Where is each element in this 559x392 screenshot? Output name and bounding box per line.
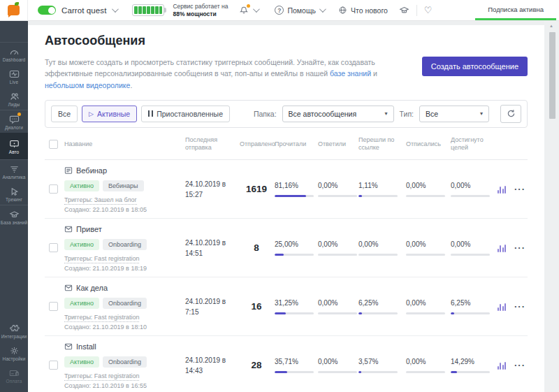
sent-count: 1619 [240, 184, 273, 194]
sidebar-item-settings[interactable]: Настройки [0, 342, 28, 364]
refresh-button[interactable] [500, 105, 521, 123]
metric-clicked: 3,57% [358, 358, 405, 373]
dashboard-gauge-icon [8, 46, 20, 57]
metric-replied: 0,00% [318, 240, 357, 256]
bell-icon[interactable] [239, 6, 249, 15]
message-name[interactable]: Вебинар [64, 166, 184, 175]
credit-card-lock-icon [8, 368, 20, 378]
row-checkbox[interactable] [49, 302, 58, 311]
created-line: Создано: 21.10.2019 в 18:10 [64, 324, 184, 331]
sidebar-item-auto[interactable]: Авто [0, 133, 28, 159]
subscription-status-badge[interactable]: Подписка активна [475, 0, 556, 20]
filter-paused-button[interactable]: Приостановленные [141, 106, 230, 122]
metric-goals: 14,29% [451, 358, 491, 373]
app-window: Carrot quest Сервис работает на 88% мощн… [0, 0, 559, 392]
metric-read: 35,71% [275, 358, 317, 373]
filter-bar: Все ▷Активные Приостановленные Папка: Вс… [45, 100, 528, 128]
knowledge-base-link[interactable]: базе знаний [330, 69, 371, 78]
row-checkbox[interactable] [49, 361, 58, 370]
email-icon [64, 342, 73, 351]
graduation-cap-icon[interactable] [399, 6, 409, 15]
more-actions-button[interactable]: ··· [512, 363, 528, 368]
metric-replied: 0,00% [318, 299, 357, 314]
filter-all-button[interactable]: Все [51, 106, 78, 122]
table-row[interactable]: Как дела Активно Onboarding Триггеры: Fa… [45, 277, 528, 336]
stats-chart-icon[interactable] [493, 185, 511, 194]
app-logo[interactable] [0, 0, 28, 21]
metric-read: 25,00% [275, 240, 317, 256]
sidebar-item-dialogs[interactable]: Диалоги [0, 110, 28, 133]
row-checkbox[interactable] [49, 184, 58, 194]
sidebar-item-leads[interactable]: Лиды [0, 87, 28, 110]
heart-icon[interactable]: ♡ [424, 5, 433, 15]
video-link[interactable]: небольшом видеоролике [45, 81, 130, 89]
status-badge: Активно [64, 239, 99, 250]
folder-badge: Onboarding [103, 298, 147, 309]
cursor-icon [8, 186, 20, 196]
sidebar-item-dashboard[interactable]: Dashboard [0, 43, 28, 65]
sidebar-item-tracking[interactable]: Трекинг [0, 182, 28, 205]
triggers-line[interactable]: Триггеры: Fast registration [64, 314, 184, 321]
triggers-line[interactable]: Триггеры: Зашел на блог [64, 196, 184, 203]
message-name[interactable]: Как дела [64, 284, 184, 292]
chevron-down-icon [319, 6, 326, 13]
metric-unsubscribed: 0,00% [406, 182, 449, 197]
email-icon [64, 284, 73, 292]
notification-dot [247, 4, 250, 8]
message-name[interactable]: Привет [64, 225, 184, 233]
refresh-icon [507, 109, 516, 118]
triggers-line[interactable]: Триггеры: Fast registration [64, 255, 184, 262]
sidebar-item-knowledge-base[interactable]: База знаний [0, 205, 28, 228]
sidebar-item-analytics[interactable]: Аналитика [0, 160, 28, 182]
table-row[interactable]: Привет Активно Onboarding Триггеры: Fast… [45, 219, 528, 277]
type-select[interactable]: Все▾ [419, 106, 489, 122]
created-line: Создано: 21.10.2019 в 16:55 [64, 382, 184, 389]
folder-select[interactable]: Все автосообщения▾ [282, 106, 394, 122]
puzzle-icon [8, 323, 20, 333]
row-checkbox[interactable] [49, 243, 58, 252]
help-menu[interactable]: ? Помощь [275, 6, 324, 15]
last-sent: 24.10.2019 в 14:43 [185, 355, 238, 376]
folder-badge: Onboarding [103, 356, 147, 368]
metric-goals: 0,00% [451, 182, 491, 197]
status-badge: Активно [64, 298, 99, 309]
chevron-down-icon[interactable] [112, 6, 119, 13]
whats-new-menu[interactable]: Что нового [338, 6, 388, 15]
sent-count: 16 [240, 301, 273, 312]
play-icon: ▷ [89, 110, 94, 117]
table-row[interactable]: Вебинар Активно Вебинары Триггеры: Зашел… [45, 160, 528, 219]
select-all-checkbox[interactable] [49, 140, 58, 149]
create-automessage-button[interactable]: Создать автосообщение [422, 57, 528, 76]
funnel-icon [8, 164, 20, 174]
metric-clicked: 6,25% [358, 299, 405, 314]
service-toggle[interactable] [38, 6, 56, 15]
triggers-line[interactable]: Триггеры: Fast registration [64, 372, 184, 379]
page-title: Автосообщения [45, 34, 528, 48]
stats-chart-icon[interactable] [493, 244, 511, 252]
chevron-down-icon[interactable] [253, 6, 260, 13]
filter-active-button[interactable]: ▷Активные [82, 106, 137, 122]
more-actions-button[interactable]: ··· [512, 305, 528, 309]
help-icon: ? [275, 6, 284, 15]
more-actions-button[interactable]: ··· [512, 246, 528, 250]
last-sent: 24.10.2019 в 15:27 [185, 179, 238, 200]
scrollbar-thumb[interactable] [549, 32, 556, 119]
metric-unsubscribed: 0,00% [406, 299, 449, 314]
sidebar-item-payment[interactable]: Оплата [0, 364, 28, 386]
type-label: Тип: [400, 110, 414, 118]
stats-chart-icon[interactable] [493, 361, 511, 370]
page-description: Тут вы можете создать и просмотреть стат… [45, 57, 408, 91]
stats-chart-icon[interactable] [493, 303, 511, 311]
message-name[interactable]: Install [64, 342, 184, 351]
sidebar-item-live[interactable]: Live [0, 65, 28, 87]
scroll-up-arrow[interactable]: ▲ [549, 24, 553, 28]
company-name[interactable]: Carrot quest [61, 6, 106, 15]
scrollbar-track[interactable]: ▲ [544, 21, 559, 392]
metric-read: 31,25% [275, 299, 317, 314]
sidebar-item-integrations[interactable]: Интеграции [0, 319, 28, 342]
folder-badge: Вебинары [103, 180, 144, 191]
carrot-quest-logo-icon [8, 5, 20, 15]
table-row[interactable]: Install Активно Onboarding Триггеры: Fas… [45, 336, 528, 392]
service-status: Сервис работает на 88% мощности [173, 3, 228, 17]
more-actions-button[interactable]: ··· [512, 187, 528, 191]
